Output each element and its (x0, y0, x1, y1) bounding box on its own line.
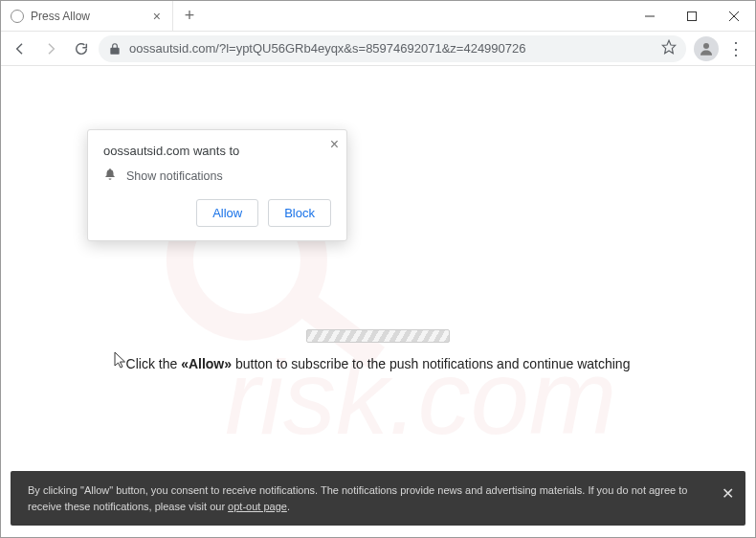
instruction-suffix: button to subscribe to the push notifica… (232, 356, 630, 371)
back-button[interactable] (7, 35, 33, 62)
page-content: risk.com Click the «Allow» button to sub… (1, 66, 755, 537)
loading-bar (306, 329, 450, 343)
titlebar: Press Allow × + (1, 1, 755, 32)
opt-out-link[interactable]: opt-out page (228, 501, 287, 512)
forward-button[interactable] (37, 35, 64, 62)
address-bar[interactable]: oossautsid.com/?l=yptQU56GRb4eyqx&s=8597… (99, 35, 686, 62)
url-text: oossautsid.com/?l=yptQU56GRb4eyqx&s=8597… (129, 41, 654, 56)
notification-permission-popup: × oossautsid.com wants to Show notificat… (87, 129, 347, 241)
bookmark-star-icon[interactable] (661, 39, 677, 57)
svg-point-5 (703, 43, 709, 49)
bell-icon (103, 168, 117, 184)
close-tab-icon[interactable]: × (149, 9, 165, 24)
profile-avatar[interactable] (694, 36, 719, 61)
toolbar: oossautsid.com/?l=yptQU56GRb4eyqx&s=8597… (1, 32, 755, 66)
close-banner-icon[interactable]: ✕ (722, 482, 734, 505)
kebab-menu-icon[interactable]: ⋮ (723, 38, 749, 59)
consent-tail: . (287, 501, 290, 512)
block-button[interactable]: Block (268, 199, 331, 227)
svg-marker-4 (662, 40, 675, 53)
maximize-button[interactable] (671, 1, 713, 31)
browser-tab[interactable]: Press Allow × (1, 1, 173, 31)
instruction-text: Click the «Allow» button to subscribe to… (1, 356, 755, 371)
permission-desc: Show notifications (126, 169, 223, 183)
lock-icon (108, 42, 122, 56)
tab-title: Press Allow (31, 10, 143, 23)
instruction-prefix: Click the (126, 356, 182, 371)
permission-site-label: oossautsid.com wants to (103, 144, 331, 158)
close-icon[interactable]: × (330, 136, 339, 153)
close-window-button[interactable] (713, 1, 755, 31)
consent-text: By clicking "Allow" button, you consent … (28, 484, 687, 512)
browser-window: Press Allow × + oossautsid.com/?l=yptQU5… (0, 0, 756, 538)
page-center: Click the «Allow» button to subscribe to… (1, 329, 755, 371)
instruction-bold: «Allow» (181, 356, 232, 371)
svg-rect-1 (688, 11, 697, 20)
reload-button[interactable] (68, 35, 95, 62)
minimize-button[interactable] (629, 1, 671, 31)
new-tab-button[interactable]: + (173, 1, 206, 31)
consent-banner: ✕ By clicking "Allow" button, you consen… (11, 471, 745, 526)
allow-button[interactable]: Allow (196, 199, 258, 227)
globe-icon (11, 10, 24, 23)
